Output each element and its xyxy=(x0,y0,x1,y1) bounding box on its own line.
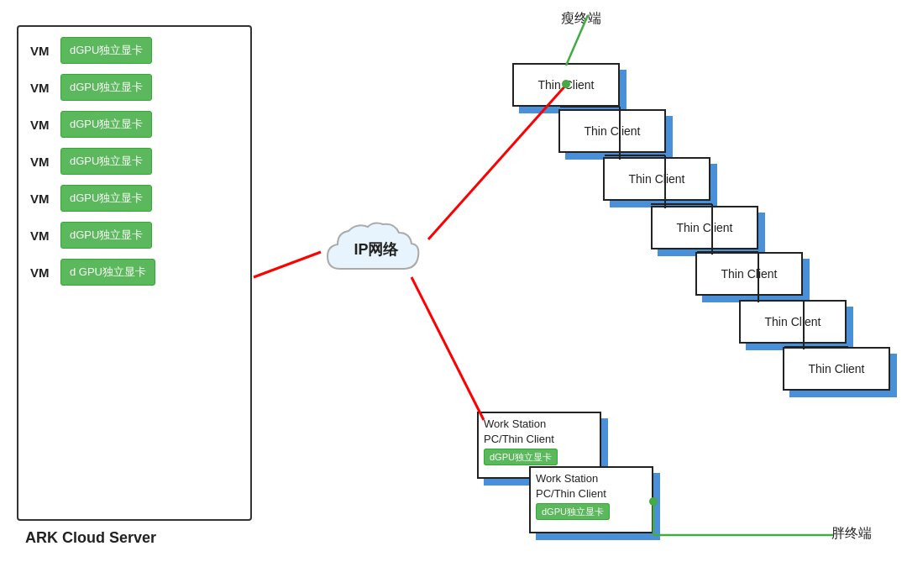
vm-row-6: VM dGPU独立显卡 xyxy=(30,222,239,249)
vm-label-3: VM xyxy=(30,118,54,132)
tc-box-3: Thin Client xyxy=(603,157,710,201)
tc-box-5: Thin Client xyxy=(695,252,803,296)
vm-row-2: VM dGPU独立显卡 xyxy=(30,74,239,101)
tc-box-2: Thin Client xyxy=(558,109,666,153)
svg-line-0 xyxy=(254,252,321,277)
gpu-badge-1: dGPU独立显卡 xyxy=(60,37,152,64)
gpu-badge-3: dGPU独立显卡 xyxy=(60,111,152,138)
thin-end-label: 瘦终端 xyxy=(561,10,601,28)
vm-row-7: VM d GPU独立显卡 xyxy=(30,259,239,286)
tc-box-6: Thin Client xyxy=(739,300,847,344)
tc-box-4: Thin Client xyxy=(651,206,758,249)
gpu-badge-6: dGPU独立显卡 xyxy=(60,222,152,249)
tc-box-7: Thin Client xyxy=(783,347,890,391)
fat-end-label: 胖终端 xyxy=(831,525,872,543)
svg-line-2 xyxy=(412,277,484,420)
gpu-badge-5: dGPU独立显卡 xyxy=(60,185,152,212)
vm-row-4: VM dGPU独立显卡 xyxy=(30,148,239,175)
vm-row-5: VM dGPU独立显卡 xyxy=(30,185,239,212)
vm-label-1: VM xyxy=(30,44,54,58)
vm-label-4: VM xyxy=(30,155,54,169)
tc-box-1: Thin Client xyxy=(512,63,620,107)
gpu-badge-4: dGPU独立显卡 xyxy=(60,148,152,175)
vm-row-3: VM dGPU独立显卡 xyxy=(30,111,239,138)
ws-gpu-2: dGPU独立显卡 xyxy=(536,503,610,520)
ws-gpu-1: dGPU独立显卡 xyxy=(484,449,558,465)
ark-server-box: VM dGPU独立显卡 VM dGPU独立显卡 VM dGPU独立显卡 VM d… xyxy=(17,25,252,521)
ws-box-2: Work StationPC/Thin Client dGPU独立显卡 xyxy=(529,466,653,533)
ark-server-label: ARK Cloud Server xyxy=(25,529,156,547)
gpu-badge-2: dGPU独立显卡 xyxy=(60,74,152,101)
cloud-label: IP网络 xyxy=(330,239,422,260)
vm-row-1: VM dGPU独立显卡 xyxy=(30,37,239,64)
vm-label-5: VM xyxy=(30,192,54,206)
ws-label-2: Work StationPC/Thin Client xyxy=(536,471,647,501)
vm-label-2: VM xyxy=(30,81,54,95)
ws-label-1: Work StationPC/Thin Client xyxy=(484,417,595,447)
gpu-badge-7: d GPU独立显卡 xyxy=(60,259,155,286)
vm-label-6: VM xyxy=(30,228,54,243)
vm-label-7: VM xyxy=(30,265,54,280)
